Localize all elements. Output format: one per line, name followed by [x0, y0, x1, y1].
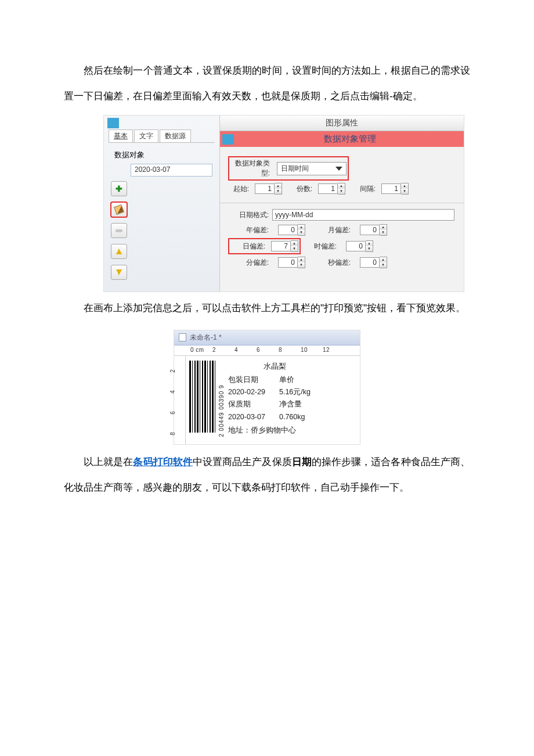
p3-mid: 中设置商品生产及保质 — [193, 456, 292, 467]
day-offset-spinner[interactable]: 7▲▼ — [271, 240, 298, 252]
arrow-up-icon — [116, 249, 122, 254]
paragraph-1: 然后在绘制一个普通文本，设置保质期的时间，设置时间的方法如上，根据自己的需求设置… — [64, 58, 470, 109]
weight-value: 0.760kg — [279, 411, 311, 423]
p3-pre: 以上就是在 — [84, 456, 133, 467]
pack-date-label: 包装日期 — [228, 374, 265, 386]
price-label: 单价 — [279, 374, 311, 386]
date-format-input[interactable]: yyyy-MM-dd — [272, 209, 454, 221]
start-label: 起始: — [229, 184, 252, 194]
barcode-software-link[interactable]: 条码打印软件 — [133, 456, 192, 467]
minus-icon — [116, 229, 122, 232]
ruler-horizontal: 0 cm24681012 — [174, 345, 360, 356]
hour-offset-label: 时偏差: — [305, 242, 340, 251]
move-down-button[interactable] — [111, 265, 127, 280]
edit-button[interactable] — [111, 202, 127, 217]
year-offset-spinner[interactable]: 0▲▼ — [278, 224, 305, 236]
pack-date-value: 2020-02-29 — [228, 386, 265, 398]
type-value: 日期时间 — [281, 164, 309, 174]
count-label: 份数: — [284, 184, 316, 194]
tab-basic[interactable]: 基本 — [109, 129, 133, 142]
document-icon — [179, 333, 186, 341]
canvas: 2 00449 00390 9 水晶梨 包装日期 2020-02-29 保质期 … — [186, 356, 360, 444]
minute-offset-spinner[interactable]: 0▲▼ — [278, 257, 305, 268]
minute-offset-label: 分偏差: — [229, 258, 272, 268]
address: 地址：侨乡购物中心 — [228, 424, 311, 437]
label-info: 水晶梨 包装日期 2020-02-29 保质期 2020-03-07 单价 5.… — [228, 361, 311, 437]
count-spinner[interactable]: 1▲▼ — [318, 183, 345, 195]
app-icon — [107, 118, 119, 128]
plus-icon: ✚ — [116, 184, 122, 193]
data-object-list[interactable]: 2020-03-07 — [131, 164, 212, 177]
app-icon — [222, 134, 234, 145]
product-name: 水晶梨 — [240, 361, 311, 373]
month-offset-spinner[interactable]: 0▲▼ — [360, 224, 387, 236]
hour-offset-spinner[interactable]: 0▲▼ — [346, 240, 373, 252]
data-object-label: 数据对象 — [114, 150, 145, 159]
dialog-title: 图形属性 — [220, 116, 464, 131]
form-pane: 数据对象类型: 日期时间 起始: 1▲▼ 份数: 1▲▼ 间隔: 1▲▼ 日期格… — [220, 147, 464, 283]
object-manager-title: 数据对象管理 — [236, 131, 464, 147]
type-label: 数据对象类型: — [230, 159, 273, 178]
properties-dialog-screenshot: 基本 文字 数据源 数据对象 2020-03-07 ✚ 图形属性 数据对象管理 — [103, 115, 464, 292]
price-value: 5.16元/kg — [279, 386, 311, 398]
window-title-text: 未命名-1 * — [190, 333, 222, 343]
tab-text[interactable]: 文字 — [134, 129, 158, 142]
type-select[interactable]: 日期时间 — [277, 162, 347, 175]
interval-label: 间隔: — [348, 184, 379, 194]
barcode-text: 2 00449 00390 9 — [218, 361, 225, 437]
weight-label: 净含量 — [279, 398, 311, 411]
sub-header: 数据对象管理 — [220, 131, 464, 147]
preview-window-screenshot: 未命名-1 * 0 cm24681012 2468 2 00449 00390 … — [174, 330, 360, 445]
right-panel: 图形属性 数据对象管理 数据对象类型: 日期时间 起始: 1▲▼ 份数: 1▲▼ — [220, 116, 464, 291]
p1-text: 然后在绘制一个普通文本，设置保质期的时间，设置时间的方法如上，根据自己的需求设置… — [64, 65, 470, 102]
move-up-button[interactable] — [111, 244, 127, 259]
tab-datasource[interactable]: 数据源 — [160, 129, 191, 142]
shelf-life-label: 保质期 — [228, 398, 265, 411]
paragraph-3: 以上就是在条码打印软件中设置商品生产及保质日期的操作步骤，适合各种食品生产商、化… — [64, 449, 470, 501]
ruler-vertical: 2468 — [174, 356, 186, 444]
tabs: 基本 文字 数据源 — [104, 129, 219, 142]
day-offset-label: 日偏差: — [230, 242, 269, 251]
arrow-down-icon — [116, 269, 122, 275]
window-title: 未命名-1 * — [174, 330, 360, 345]
second-offset-label: 秒偏差: — [311, 258, 354, 268]
left-panel: 基本 文字 数据源 数据对象 2020-03-07 ✚ — [104, 116, 220, 291]
interval-spinner[interactable]: 1▲▼ — [381, 183, 409, 195]
second-offset-spinner[interactable]: 0▲▼ — [360, 257, 387, 268]
chevron-down-icon — [335, 167, 342, 171]
p3-bold: 日期 — [292, 456, 312, 467]
add-button[interactable]: ✚ — [111, 181, 127, 196]
date-format-label: 日期格式: — [229, 210, 272, 220]
year-offset-label: 年偏差: — [229, 225, 272, 235]
barcode — [189, 361, 216, 433]
remove-button[interactable] — [111, 223, 127, 238]
p2-text: 在画布上添加完信息之后，可以点击软件上方工具栏的"打印预览"按钮，看下预览效果。 — [84, 303, 466, 314]
shelf-life-value: 2020-03-07 — [228, 411, 265, 423]
paragraph-2: 在画布上添加完信息之后，可以点击软件上方工具栏的"打印预览"按钮，看下预览效果。 — [64, 296, 470, 321]
start-spinner[interactable]: 1▲▼ — [255, 183, 282, 195]
month-offset-label: 月偏差: — [311, 225, 354, 235]
pencil-icon — [114, 204, 124, 215]
